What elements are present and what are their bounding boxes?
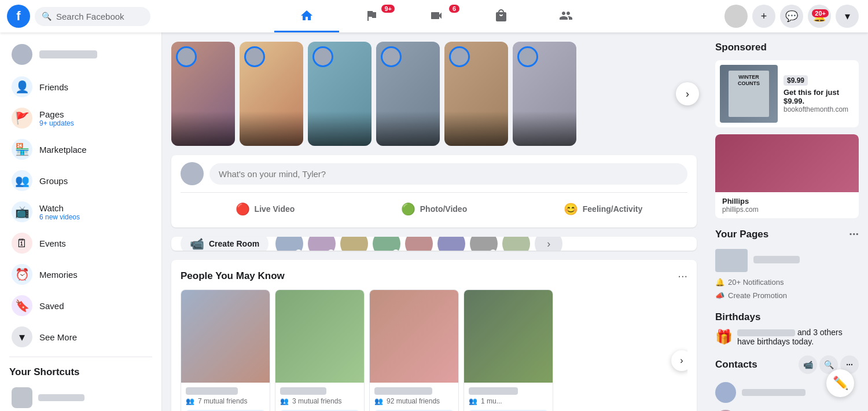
pymk-next-btn[interactable]: › [671,350,687,371]
nav-video[interactable]: 6 [404,0,469,32]
search-box[interactable]: 🔍 Search Facebook [35,7,150,26]
ad-body-2: Phillips phillips.com [715,192,859,218]
shortcut-thumb-1 [12,387,32,408]
post-input-row [181,162,687,185]
pymk-card-1[interactable]: 👥 7 mutual friends 👤 Add Friend [181,289,270,411]
your-page-row[interactable] [715,245,859,276]
nav-flag[interactable]: 9+ [339,0,404,32]
create-room-btn[interactable]: 📹 Create Room [181,237,269,251]
friend-bubble-6[interactable] [437,237,465,251]
page-notifications[interactable]: 🔔 20+ Notifications [715,276,859,289]
your-pages-title: Your Pages ··· [715,227,859,241]
pages-sub: 9+ updates [39,119,74,127]
pymk-card-3[interactable]: 👥 92 mutual friends 👤 Add Friend [369,289,459,411]
pymk-name-1 [186,387,238,395]
story-avatar-6 [517,46,538,67]
create-room-label: Create Room [209,239,259,248]
friend-bubble-4[interactable] [373,237,400,251]
notifications-badge: 20+ [812,9,829,17]
create-promotion[interactable]: 📣 Create Promotion [715,289,859,302]
your-pages-more-btn[interactable]: ··· [849,227,859,241]
ad-domain-1: bookofthemonth.com [784,105,854,113]
edit-btn[interactable]: ✏️ [826,369,854,397]
pymk-mutual-icon-1: 👥 [186,397,194,405]
sidebar-item-events[interactable]: 🗓 Events [5,228,157,258]
nav-home[interactable] [274,0,339,32]
contacts-video-btn[interactable]: 📹 [799,355,817,374]
sponsored-title: Sponsored [715,42,859,53]
story-avatar-5 [449,46,470,67]
birthday-icon: 🎁 [715,329,733,345]
watch-sub: 6 new videos [39,213,80,221]
post-input[interactable] [209,163,687,185]
sidebar-right: Sponsored WINTERCOUNTS $9.99 Get this fo… [706,32,868,411]
sidebar-item-see-more[interactable]: ▾ See More [5,322,157,352]
story-4[interactable] [376,42,440,146]
more-bubbles-btn[interactable]: › [535,237,562,251]
ad-text-1: $9.99 Get this for just $9.99. bookofthe… [784,75,854,113]
pymk-more-btn[interactable]: ··· [678,269,687,282]
friend-bubble-7[interactable] [470,237,498,251]
story-gradient-4 [376,111,440,146]
user-avatar-top[interactable] [724,5,748,28]
watch-label-group: Watch 6 new videos [39,203,80,221]
sidebar-item-friends[interactable]: 👤 Friends [5,72,157,102]
pymk-mutual-1: 👥 7 mutual friends [186,397,265,405]
user-profile-link[interactable] [5,39,157,69]
friend-bubbles: › [275,237,687,251]
photo-video-btn[interactable]: 🟢 Photo/Video [350,197,518,221]
menu-btn[interactable]: ▾ [836,5,859,28]
nav-people[interactable] [534,0,598,32]
ad-book-text: WINTERCOUNTS [738,74,760,87]
online-dot-7 [490,249,496,251]
friend-bubble-3[interactable] [340,237,368,251]
memories-label: Memories [39,270,78,280]
ad-name-2: Phillips [722,197,852,206]
sidebar-item-watch[interactable]: 📺 Watch 6 new videos [5,197,157,227]
sidebar-item-marketplace[interactable]: 🏪 Marketplace [5,134,157,164]
friend-bubble-2[interactable] [308,237,336,251]
nav-store[interactable] [469,0,534,32]
stories-next-btn[interactable]: › [676,82,697,105]
pymk-card-2[interactable]: 👥 3 mutual friends 👤 Add Friend [275,289,365,411]
pymk-mutual-text-3: 92 mutual friends [387,397,440,405]
friend-bubble-1[interactable] [275,237,303,251]
page-notif-text: 20+ Notifications [728,278,784,287]
sidebar-item-saved[interactable]: 🔖 Saved [5,291,157,321]
pymk-photo-1 [181,290,270,383]
ad-card-2[interactable]: Phillips phillips.com [715,134,859,218]
notifications-btn[interactable]: 🔔 20+ [808,5,831,28]
watch-icon: 📺 [12,201,32,222]
birthdays-title: Birthdays [715,311,859,323]
add-btn[interactable]: + [752,5,775,28]
search-icon: 🔍 [42,12,52,21]
search-placeholder: Search Facebook [56,12,124,21]
ad-image-1: WINTERCOUNTS [720,65,778,123]
topnav-right: + 💬 🔔 20+ ▾ [715,5,868,28]
contact-item-2[interactable] [715,406,859,411]
pymk-card-4[interactable]: 👥 1 mu... 👤 Add Friend [464,289,553,411]
story-1[interactable] [171,42,235,146]
story-3[interactable] [308,42,372,146]
story-2[interactable] [240,42,303,146]
sidebar-item-memories[interactable]: ⏰ Memories [5,259,157,289]
feeling-icon: 😊 [564,202,578,216]
messenger-btn[interactable]: 💬 [780,5,803,28]
friend-bubble-5[interactable] [405,237,433,251]
saved-label: Saved [39,301,64,311]
groups-label: Groups [39,176,68,186]
post-avatar [181,162,204,185]
live-video-btn[interactable]: 🔴 Live Video [181,197,350,221]
story-6[interactable] [513,42,576,146]
pymk-mutual-2: 👥 3 mutual friends [280,397,359,405]
ad-card-1[interactable]: WINTERCOUNTS $9.99 Get this for just $9.… [715,60,859,127]
friend-bubble-8[interactable] [502,237,530,251]
sidebar-item-groups[interactable]: 👥 Groups [5,166,157,196]
sidebar-item-pages[interactable]: 🚩 Pages 9+ updates [5,103,157,133]
pymk-mutual-text-2: 3 mutual friends [292,397,341,405]
facebook-logo[interactable]: f [7,5,30,28]
feeling-btn[interactable]: 😊 Feeling/Activity [518,197,687,221]
story-5[interactable] [444,42,508,146]
shortcut-1[interactable] [5,384,157,411]
room-row: 📹 Create Room › [171,237,697,251]
